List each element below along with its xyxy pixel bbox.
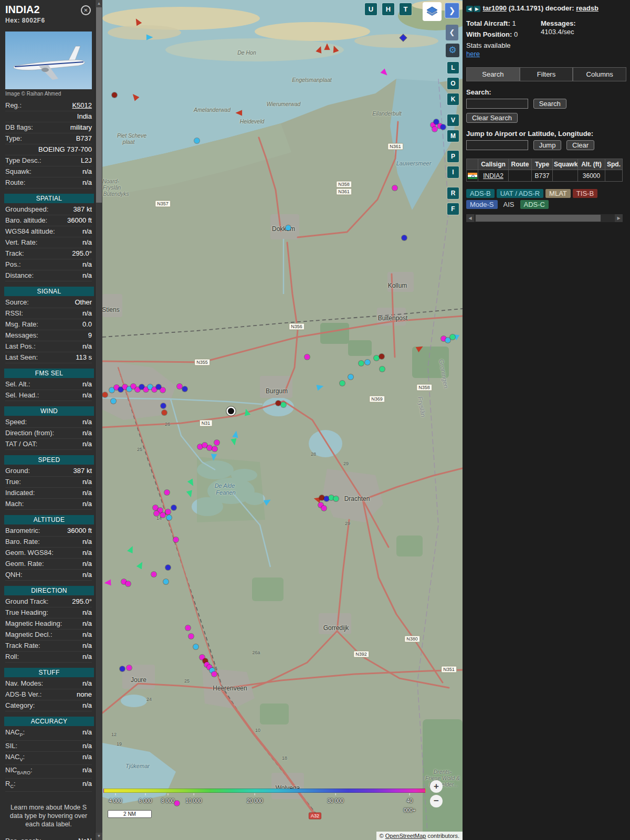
table-header-cell[interactable]: Callsign: [478, 159, 509, 170]
map-button-f[interactable]: F: [447, 203, 459, 215]
aircraft-marker[interactable]: [281, 402, 286, 407]
selected-aircraft-marker[interactable]: [228, 408, 234, 414]
aircraft-marker[interactable]: [154, 511, 159, 516]
aircraft-marker[interactable]: [207, 445, 212, 450]
aircraft-marker[interactable]: [188, 634, 194, 639]
aircraft-marker[interactable]: [304, 354, 310, 360]
aircraft-marker[interactable]: [161, 403, 166, 408]
scroll-right-icon[interactable]: ▶: [615, 214, 623, 222]
search-input[interactable]: [466, 99, 528, 109]
scrollbar-thumb[interactable]: [96, 7, 102, 203]
left-panel-scrollbar[interactable]: ▲ ▼: [95, 0, 102, 840]
layers-button[interactable]: [423, 2, 442, 21]
aircraft-marker[interactable]: [102, 392, 108, 397]
legend-uat-ads-r[interactable]: UAT / ADS-R: [497, 189, 543, 198]
tar1090-link[interactable]: tar1090: [482, 4, 507, 12]
zoom-out-button[interactable]: −: [430, 795, 443, 807]
settings-button[interactable]: ⚙: [446, 44, 459, 57]
map-button-h[interactable]: H: [382, 3, 394, 15]
panel-collapse-left-icon[interactable]: ◀: [466, 6, 473, 12]
table-header-cell[interactable]: Type: [532, 159, 553, 170]
map-button-v[interactable]: V: [447, 114, 459, 126]
map-button-t[interactable]: T: [400, 3, 412, 15]
jump-input[interactable]: [466, 140, 528, 150]
aircraft-marker[interactable]: [174, 801, 180, 806]
aircraft-marker[interactable]: [111, 398, 116, 404]
aircraft-marker[interactable]: [166, 515, 172, 520]
map-button-r[interactable]: R: [447, 187, 459, 199]
aircraft-marker[interactable]: [445, 338, 450, 343]
jump-clear-button[interactable]: Clear: [566, 140, 594, 150]
table-horizontal-scrollbar[interactable]: ◀ ▶: [466, 214, 623, 222]
detail-value[interactable]: K5012: [72, 101, 92, 110]
readsb-link[interactable]: readsb: [576, 4, 598, 12]
tab-filters[interactable]: Filters: [520, 67, 573, 81]
callsign-link[interactable]: INDIA2: [483, 172, 503, 180]
aircraft-marker[interactable]: [171, 505, 176, 510]
table-header-cell[interactable]: [467, 159, 478, 170]
close-icon[interactable]: ✕: [81, 5, 91, 15]
aircraft-marker[interactable]: [151, 572, 156, 577]
aircraft-marker[interactable]: [380, 366, 385, 372]
aircraft-marker[interactable]: [164, 490, 170, 495]
aircraft-marker[interactable]: [212, 671, 217, 677]
scroll-left-icon[interactable]: ◀: [466, 214, 474, 222]
aircraft-marker[interactable]: [163, 579, 169, 584]
table-row[interactable]: INDIA2B73736000: [467, 170, 623, 182]
aircraft-marker[interactable]: [125, 581, 131, 586]
collapse-sidebar-button[interactable]: ❮: [446, 25, 458, 40]
aircraft-marker[interactable]: [450, 334, 455, 340]
aircraft-marker[interactable]: [112, 92, 117, 98]
legend-ads-c[interactable]: ADS-C: [520, 200, 549, 209]
map[interactable]: De HonEngelsmanplaatWierumerwadAmelander…: [102, 0, 463, 840]
aircraft-marker[interactable]: [333, 496, 339, 501]
scroll-up-icon[interactable]: ▲: [96, 0, 102, 7]
aircraft-marker[interactable]: [286, 225, 291, 230]
aircraft-marker[interactable]: [321, 506, 327, 511]
aircraft-marker[interactable]: [120, 666, 125, 671]
legend-mlat[interactable]: MLAT: [545, 189, 571, 198]
aircraft-photo[interactable]: [5, 32, 92, 89]
aircraft-marker[interactable]: [160, 387, 165, 393]
aircraft-marker[interactable]: [359, 361, 364, 366]
map-button-i[interactable]: I: [447, 166, 459, 178]
tab-search[interactable]: Search: [466, 67, 520, 81]
table-header-cell[interactable]: Route: [509, 159, 532, 170]
aircraft-marker[interactable]: [374, 355, 379, 361]
legend-tis-b[interactable]: TIS-B: [573, 189, 597, 198]
openstreetmap-link[interactable]: OpenStreetMap: [385, 833, 426, 839]
aircraft-marker[interactable]: [402, 235, 407, 240]
legend-mode-s[interactable]: Mode-S: [466, 200, 498, 209]
aircraft-marker[interactable]: [379, 354, 384, 359]
table-header-cell[interactable]: Spd.: [605, 159, 623, 170]
aircraft-marker[interactable]: [160, 512, 165, 518]
expand-sidebar-button[interactable]: ❯: [445, 3, 459, 18]
aircraft-marker[interactable]: [212, 446, 217, 452]
legend-ads-b[interactable]: ADS-B: [466, 189, 495, 198]
map-button-p[interactable]: P: [447, 151, 459, 162]
map-button-u[interactable]: U: [365, 3, 377, 15]
map-button-m[interactable]: M: [447, 130, 459, 142]
map-button-k[interactable]: K: [447, 93, 459, 105]
table-header-cell[interactable]: Squawk: [553, 159, 578, 170]
aircraft-marker[interactable]: [194, 138, 200, 143]
aircraft-marker[interactable]: [340, 381, 345, 386]
aircraft-marker[interactable]: [440, 124, 446, 130]
aircraft-marker[interactable]: [182, 386, 187, 392]
aircraft-marker[interactable]: [165, 509, 171, 514]
aircraft-marker[interactable]: [365, 360, 370, 365]
aircraft-marker[interactable]: [185, 625, 191, 631]
aircraft-marker[interactable]: [177, 384, 182, 389]
clear-search-button[interactable]: Clear Search: [466, 113, 518, 123]
tab-columns[interactable]: Columns: [573, 67, 626, 81]
hscroll-thumb[interactable]: [476, 215, 601, 222]
aircraft-marker[interactable]: [276, 401, 281, 406]
jump-button[interactable]: Jump: [533, 140, 562, 150]
panel-collapse-right-icon[interactable]: ▶: [474, 6, 480, 12]
stats-here-link[interactable]: here: [466, 50, 480, 58]
aircraft-marker[interactable]: [348, 374, 353, 380]
aircraft-marker[interactable]: [392, 185, 397, 191]
table-header-cell[interactable]: Alt. (ft): [578, 159, 605, 170]
aircraft-marker[interactable]: [173, 537, 178, 542]
aircraft-marker[interactable]: [214, 440, 219, 445]
